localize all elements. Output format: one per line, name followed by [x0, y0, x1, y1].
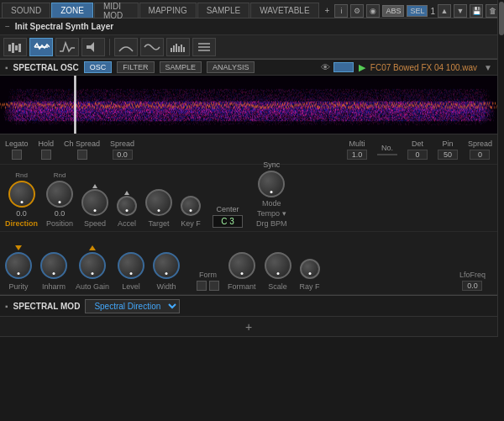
- spread-value[interactable]: 0.0: [113, 150, 133, 160]
- tab-zone[interactable]: ZONE: [51, 3, 93, 18]
- purity-knob[interactable]: [5, 252, 32, 279]
- section-collapse-icon[interactable]: ▪: [5, 63, 8, 72]
- accel-knob[interactable]: [117, 196, 137, 216]
- knob-dot: [18, 272, 20, 275]
- play-button[interactable]: ▶: [359, 62, 365, 73]
- inharm-knob[interactable]: [40, 252, 67, 279]
- tab-sample[interactable]: SAMPLE: [197, 3, 250, 18]
- add-button[interactable]: +: [245, 321, 252, 333]
- add-tab-button[interactable]: +: [320, 3, 335, 18]
- center-display[interactable]: C 3: [213, 215, 243, 228]
- hold-label: Hold: [39, 139, 55, 148]
- toolbar-analyze-btn[interactable]: [166, 38, 190, 56]
- form-label: Form: [199, 271, 217, 279]
- no-value[interactable]: [377, 154, 397, 155]
- mod-collapse-icon[interactable]: ▪: [5, 302, 8, 311]
- toolbar-sine-btn[interactable]: [140, 38, 164, 56]
- formant-knob[interactable]: [228, 252, 255, 279]
- hold-checkbox[interactable]: [41, 150, 51, 160]
- form-check1[interactable]: [197, 281, 207, 291]
- lfo-freq-value[interactable]: 0.0: [462, 281, 482, 291]
- keyf-label: Key F: [181, 219, 201, 228]
- knob-dot: [94, 209, 97, 212]
- direction-knob[interactable]: [8, 181, 35, 208]
- tab-sound[interactable]: SOUND: [2, 3, 50, 18]
- filename-label: FC07 Bowed FX 04 100.wav: [370, 63, 477, 72]
- tempo-label[interactable]: Tempo ▾: [257, 209, 286, 218]
- ch-spread-checkbox[interactable]: [77, 150, 87, 160]
- eye-icon[interactable]: 👁: [321, 62, 330, 72]
- tab-osc[interactable]: OSC: [84, 61, 113, 73]
- position-knob[interactable]: [46, 181, 73, 208]
- accel-knob-group: Accel: [117, 181, 137, 228]
- legato-checkbox[interactable]: [12, 150, 22, 160]
- knob-dot: [20, 201, 23, 203]
- scrollbar-vertical[interactable]: [497, 0, 504, 337]
- direction-knob-group: Rnd 0.0 Direction: [5, 171, 38, 228]
- toolbar-spectral-btn[interactable]: [29, 38, 53, 56]
- tab-midi-mod[interactable]: MIDI MOD: [94, 3, 139, 18]
- spread2-value[interactable]: 0: [470, 150, 490, 160]
- preset-name: Init Spectral Synth Layer: [15, 22, 113, 31]
- position-rnd-label: Rnd: [54, 171, 66, 179]
- toolbar-speaker-btn[interactable]: [81, 38, 105, 56]
- tab-analysis[interactable]: ANALYSIS: [207, 61, 255, 73]
- tab-sample[interactable]: SAMPLE: [160, 61, 202, 73]
- keyf-knob[interactable]: [181, 196, 201, 216]
- inharm-knob-group: Inharm: [40, 244, 67, 291]
- width-knob[interactable]: [153, 252, 180, 279]
- hold-group: Hold: [39, 139, 55, 160]
- level-knob[interactable]: [118, 252, 144, 279]
- toolbar-env-btn[interactable]: [55, 38, 79, 56]
- pin-value[interactable]: 50: [438, 150, 458, 160]
- main-container: SOUND ZONE MIDI MOD MAPPING SAMPLE WAVET…: [0, 0, 504, 337]
- tab-filter[interactable]: FILTER: [117, 61, 154, 73]
- toolbar-list-btn[interactable]: [192, 38, 216, 56]
- position-label: Position: [46, 219, 73, 228]
- inharm-label: Inharm: [42, 282, 66, 291]
- spread2-label: Spread: [468, 139, 492, 148]
- dropdown-arrow[interactable]: ▼: [484, 63, 492, 72]
- target-knob[interactable]: [145, 189, 172, 216]
- accel-tri: [124, 191, 129, 195]
- knob-dot: [130, 272, 133, 275]
- knob-dot: [240, 272, 243, 275]
- spectrogram[interactable]: [0, 76, 497, 134]
- svg-rect-8: [176, 44, 177, 52]
- tab-mapping[interactable]: MAPPING: [139, 3, 197, 18]
- accel-knob-with-tri: [117, 191, 137, 216]
- keyf-knob-group: Key F: [181, 186, 201, 228]
- abs-badge: ABS: [382, 5, 404, 17]
- top-right-controls: i ⚙ ◉ ABS SEL 1 ▲ ▼ 💾 🗑: [334, 4, 502, 18]
- spectral-mod-title: SPECTRAL MOD: [13, 302, 81, 311]
- multi-value[interactable]: 1.0: [347, 150, 367, 160]
- no-item: No.: [377, 144, 397, 155]
- section-right: 👁 ▶ FC07 Bowed FX 04 100.wav ▼: [321, 62, 492, 73]
- direction-rnd-label: Rnd: [15, 171, 28, 179]
- midi-icon[interactable]: ◉: [366, 4, 380, 18]
- scale-knob[interactable]: [265, 252, 291, 279]
- save-button[interactable]: 💾: [470, 4, 483, 18]
- toolbar-waveform-btn[interactable]: [3, 38, 27, 56]
- settings-icon[interactable]: ⚙: [350, 4, 364, 18]
- sync-knob[interactable]: [258, 171, 285, 197]
- rayf-knob[interactable]: [300, 259, 320, 279]
- mode-label: Mode: [262, 199, 281, 208]
- toggle-btn[interactable]: [333, 62, 354, 72]
- auto-gain-tri: [89, 245, 96, 250]
- auto-gain-knob[interactable]: [79, 252, 106, 279]
- knob-row-1: Rnd 0.0 Direction Rnd 0.0 Position: [0, 165, 497, 232]
- arrow-up-button[interactable]: ▲: [438, 4, 451, 18]
- info-button[interactable]: i: [334, 4, 348, 18]
- inner-main: ▪ SPECTRAL OSC OSC FILTER SAMPLE ANALYSI…: [0, 35, 497, 337]
- spectral-direction-dropdown[interactable]: Spectral Direction: [85, 299, 180, 313]
- tab-wavetable[interactable]: WAVETABLE: [250, 3, 318, 18]
- speed-knob[interactable]: [81, 189, 108, 216]
- toolbar-curve-btn[interactable]: [114, 38, 138, 56]
- collapse-button[interactable]: −: [5, 22, 10, 31]
- form-check2[interactable]: [209, 281, 219, 291]
- det-value[interactable]: 0: [407, 150, 428, 160]
- scrollbar-thumb[interactable]: [499, 2, 504, 35]
- arrow-down-button[interactable]: ▼: [454, 4, 467, 18]
- top-tabs: SOUND ZONE MIDI MOD MAPPING SAMPLE WAVET…: [0, 0, 504, 18]
